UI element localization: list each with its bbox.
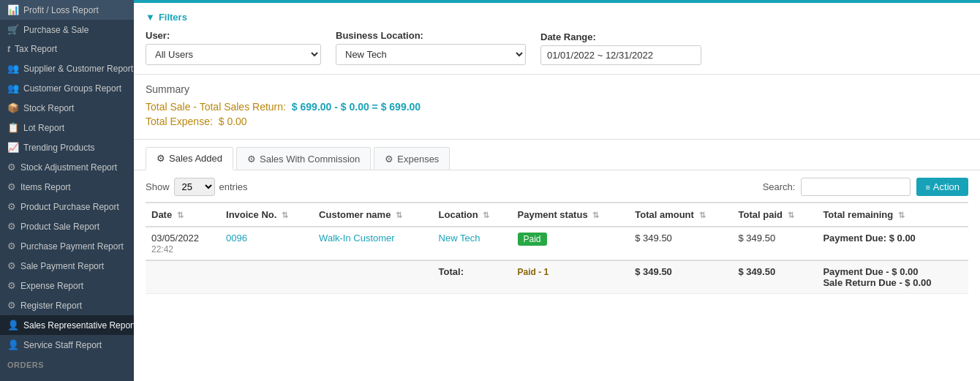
- sidebar-item-service-staff[interactable]: 👤 Service Staff Report: [0, 335, 134, 355]
- date-range-filter-group: Date Range:: [540, 31, 701, 65]
- sidebar-item-customer-groups[interactable]: 👥 Customer Groups Report: [0, 78, 134, 98]
- sidebar-item-label: Sales Representative Report: [23, 320, 134, 331]
- sort-icon-location[interactable]: ⇅: [483, 211, 489, 219]
- location-link[interactable]: New Tech: [439, 233, 480, 244]
- sidebar-item-sales-rep[interactable]: 👤 Sales Representative Report: [0, 315, 134, 335]
- date-range-input[interactable]: [540, 45, 701, 65]
- total-remaining-line2: Sale Return Due - $ 0.00: [823, 277, 962, 288]
- location-select[interactable]: New Tech: [336, 44, 526, 65]
- user-select[interactable]: All Users: [146, 44, 321, 65]
- total-expense-line: Total Expense: $ 0.00: [146, 116, 968, 127]
- tab-expenses[interactable]: ⚙ Expenses: [374, 147, 450, 170]
- tab-sales-commission[interactable]: ⚙ Sales With Commission: [236, 147, 371, 170]
- sort-icon-payment-status[interactable]: ⇅: [592, 211, 599, 219]
- cell-total-remaining: Payment Due: $ 0.00: [817, 227, 968, 260]
- sidebar-item-purchase-sale[interactable]: 🛒 Purchase & Sale: [0, 20, 134, 39]
- expense-icon: ⚙: [7, 280, 16, 291]
- adjust-icon: ⚙: [7, 162, 16, 173]
- sidebar-item-stock-adjustment[interactable]: ⚙ Stock Adjustment Report: [0, 157, 134, 177]
- user-label: User:: [146, 30, 321, 41]
- user-filter-group: User: All Users: [146, 30, 321, 65]
- col-payment-status: Payment status ⇅: [512, 203, 630, 227]
- tab-sales-added[interactable]: ⚙ Sales Added: [146, 147, 233, 170]
- sidebar-item-purchase-payment[interactable]: ⚙ Purchase Payment Report: [0, 236, 134, 256]
- sidebar-item-label: Items Report: [20, 182, 71, 192]
- sidebar-item-supplier-customer[interactable]: 👥 Supplier & Customer Report: [0, 59, 134, 78]
- total-expense-value: $ 0.00: [219, 116, 247, 127]
- sort-icon-total-remaining[interactable]: ⇅: [898, 211, 905, 219]
- sidebar-item-label: Stock Adjustment Report: [20, 162, 117, 173]
- col-location: Location ⇅: [433, 203, 512, 227]
- sidebar-item-profit-loss[interactable]: 📊 Profit / Loss Report: [0, 0, 134, 20]
- filters-row: User: All Users Business Location: New T…: [146, 30, 968, 65]
- sort-icon-customer[interactable]: ⇅: [396, 211, 402, 219]
- users-icon: 👥: [7, 63, 19, 74]
- table-section: Show 25 10 50 100 entries Search: ≡ Acti…: [134, 170, 980, 381]
- sidebar-item-label: Expense Report: [20, 281, 83, 291]
- total-paid: $ 349.50: [733, 260, 818, 294]
- remaining-value: Payment Due: $ 0.00: [823, 233, 915, 244]
- sidebar-item-label: Purchase & Sale: [23, 25, 88, 35]
- show-label: Show: [146, 181, 170, 192]
- invoice-link[interactable]: 0096: [226, 233, 247, 244]
- sidebar-item-label: Register Report: [20, 301, 82, 311]
- tabs-section: ⚙ Sales Added ⚙ Sales With Commission ⚙ …: [134, 140, 980, 170]
- cart-icon: 🛒: [7, 24, 19, 35]
- col-total-paid: Total paid ⇅: [733, 203, 818, 227]
- sidebar-item-label: Trending Products: [23, 143, 95, 153]
- sort-icon-total-amount[interactable]: ⇅: [699, 211, 706, 219]
- tabs-row: ⚙ Sales Added ⚙ Sales With Commission ⚙ …: [146, 147, 968, 170]
- total-sale-label: Total Sale - Total Sales Return:: [146, 101, 286, 113]
- action-label: Action: [933, 181, 960, 192]
- sidebar-item-label: Product Sale Report: [20, 222, 99, 232]
- sidebar-item-label: Lot Report: [23, 123, 64, 133]
- sidebar-item-tax-report[interactable]: t Tax Report: [0, 39, 134, 59]
- sidebar-item-product-sale[interactable]: ⚙ Product Sale Report: [0, 216, 134, 236]
- register-icon: ⚙: [7, 300, 16, 311]
- cell-location: New Tech: [433, 227, 512, 260]
- customer-link[interactable]: Walk-In Customer: [319, 233, 395, 244]
- total-sale-value: $ 699.00 - $ 0.00 = $ 699.00: [292, 101, 421, 113]
- sale-pay-icon: ⚙: [7, 260, 16, 271]
- sidebar-item-trending-products[interactable]: 📈 Trending Products: [0, 137, 134, 157]
- sidebar-item-sale-payment[interactable]: ⚙ Sale Payment Report: [0, 256, 134, 276]
- table-controls: Show 25 10 50 100 entries Search: ≡ Acti…: [146, 178, 968, 196]
- location-filter-group: Business Location: New Tech: [336, 30, 526, 65]
- total-paid-badge: Paid - 1: [518, 267, 549, 277]
- col-total-remaining: Total remaining ⇅: [817, 203, 968, 227]
- cell-total-amount: $ 349.50: [629, 227, 732, 260]
- entries-select[interactable]: 25 10 50 100: [174, 178, 215, 196]
- search-label: Search:: [763, 181, 796, 192]
- payment-icon: ⚙: [7, 241, 16, 252]
- col-invoice: Invoice No. ⇅: [220, 203, 313, 227]
- entries-label: entries: [219, 181, 248, 192]
- sidebar-item-stock-report[interactable]: 📦 Stock Report: [0, 98, 134, 118]
- filters-section: ▼ Filters User: All Users Business Locat…: [134, 3, 980, 75]
- sidebar: 📊 Profit / Loss Report 🛒 Purchase & Sale…: [0, 0, 134, 381]
- sidebar-item-lot-report[interactable]: 📋 Lot Report: [0, 118, 134, 137]
- total-empty-3: [313, 260, 432, 294]
- sidebar-item-label: Product Purchase Report: [20, 202, 119, 212]
- gear-icon-2: ⚙: [247, 154, 256, 165]
- tab-sales-added-label: Sales Added: [169, 153, 222, 164]
- sidebar-item-items-report[interactable]: ⚙ Items Report: [0, 177, 134, 197]
- table-total-row: Total: Paid - 1 $ 349.50 $ 349.50 Paymen…: [146, 260, 968, 294]
- cell-payment-status: Paid: [512, 227, 630, 260]
- sidebar-item-label: Sale Payment Report: [20, 261, 104, 271]
- sidebar-item-expense-report[interactable]: ⚙ Expense Report: [0, 276, 134, 295]
- rep-icon: 👤: [7, 320, 19, 331]
- main-content: ▼ Filters User: All Users Business Locat…: [134, 0, 980, 381]
- sort-icon-invoice[interactable]: ⇅: [282, 211, 288, 219]
- group-icon: 👥: [7, 83, 19, 94]
- sidebar-item-label: Purchase Payment Report: [20, 241, 124, 252]
- sidebar-item-register-report[interactable]: ⚙ Register Report: [0, 295, 134, 315]
- sort-icon-date[interactable]: ⇅: [177, 211, 184, 219]
- sidebar-item-product-purchase[interactable]: ⚙ Product Purchase Report: [0, 197, 134, 216]
- sort-icon-total-paid[interactable]: ⇅: [788, 211, 794, 219]
- search-input[interactable]: [801, 178, 911, 196]
- purchase-icon: ⚙: [7, 201, 16, 212]
- action-button[interactable]: ≡ Action: [916, 178, 968, 196]
- col-total-amount: Total amount ⇅: [629, 203, 732, 227]
- row-date: 03/05/2022: [151, 233, 199, 244]
- clipboard-icon: 📋: [7, 122, 19, 133]
